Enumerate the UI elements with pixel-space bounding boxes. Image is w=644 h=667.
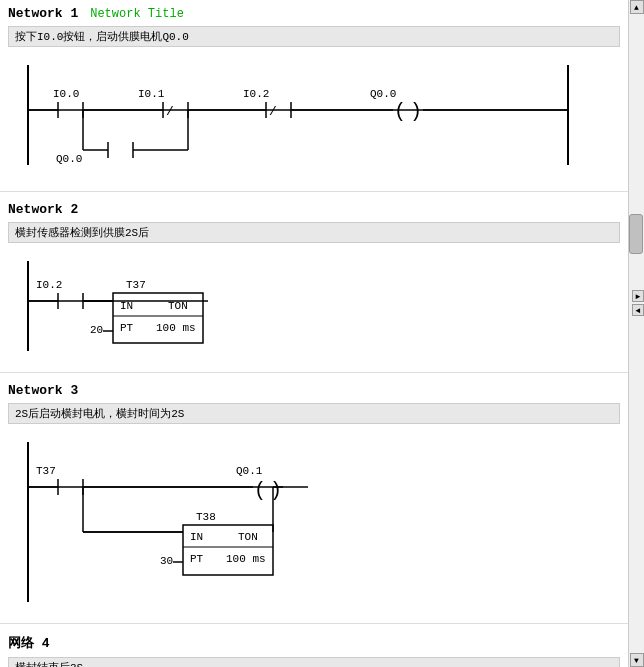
network-4-block: 网络 4 横封结束后3S [0, 628, 628, 667]
svg-text:(: ( [394, 100, 406, 123]
scroll-up-button[interactable]: ▲ [630, 0, 644, 14]
network-4-header: 网络 4 [8, 632, 620, 654]
network-3-comment: 2S后启动横封电机，横封时间为2S [8, 403, 620, 424]
scroll-down-button[interactable]: ▼ [630, 653, 644, 667]
separator-1 [0, 191, 628, 192]
scroll-left-small[interactable]: ◄ [632, 304, 644, 316]
network-2-svg: I0.2 T37 IN TON PT 100 ms 2 [8, 251, 608, 356]
network-3-ladder: T37 Q0.1 ( ) T38 [8, 428, 620, 611]
network-3-header: Network 3 [8, 381, 620, 400]
separator-3 [0, 623, 628, 624]
scroll-right-small[interactable]: ► [632, 290, 644, 302]
svg-text:I0.2: I0.2 [243, 88, 269, 100]
svg-text:PT: PT [120, 322, 134, 334]
svg-text:IN: IN [190, 531, 203, 543]
svg-text:T38: T38 [196, 511, 216, 523]
network-3-block: Network 3 2S后启动横封电机，横封时间为2S T37 Q0.1 [0, 377, 628, 619]
svg-text:Q0.0: Q0.0 [56, 153, 82, 165]
network-4-comment: 横封结束后3S [8, 657, 620, 667]
svg-text:IN: IN [120, 300, 133, 312]
network-1-block: Network 1 Network Title 按下I0.0按钮，启动供膜电机Q… [0, 0, 628, 187]
svg-text:T37: T37 [126, 279, 146, 291]
network-1-label: Network 1 [8, 6, 78, 21]
svg-text:/: / [166, 104, 174, 119]
svg-text:(: ( [254, 479, 266, 502]
network-1-svg: I0.0 I0.1 / I0.2 [8, 55, 608, 175]
scrollbar[interactable]: ▲ ▼ ► ◄ [628, 0, 644, 667]
ladder-content[interactable]: Network 1 Network Title 按下I0.0按钮，启动供膜电机Q… [0, 0, 628, 667]
svg-text:TON: TON [168, 300, 188, 312]
network-1-ladder: I0.0 I0.1 / I0.2 [8, 51, 620, 179]
svg-text:100 ms: 100 ms [226, 553, 266, 565]
network-2-block: Network 2 横封传感器检测到供膜2S后 I0.2 T37 [0, 196, 628, 368]
network-2-ladder: I0.2 T37 IN TON PT 100 ms 2 [8, 247, 620, 360]
separator-2 [0, 372, 628, 373]
network-1-comment: 按下I0.0按钮，启动供膜电机Q0.0 [8, 26, 620, 47]
network-4-label: 网络 4 [8, 634, 50, 652]
svg-text:Q0.0: Q0.0 [370, 88, 396, 100]
svg-text:): ) [270, 479, 282, 502]
svg-text:Q0.1: Q0.1 [236, 465, 263, 477]
network-1-title: Network Title [90, 7, 184, 21]
svg-text:/: / [269, 104, 277, 119]
svg-text:PT: PT [190, 553, 204, 565]
svg-text:20: 20 [90, 324, 103, 336]
svg-text:30: 30 [160, 555, 173, 567]
network-3-label: Network 3 [8, 383, 78, 398]
network-2-header: Network 2 [8, 200, 620, 219]
svg-text:T37: T37 [36, 465, 56, 477]
network-1-header: Network 1 Network Title [8, 4, 620, 23]
network-2-label: Network 2 [8, 202, 78, 217]
svg-text:): ) [410, 100, 422, 123]
svg-text:I0.2: I0.2 [36, 279, 62, 291]
network-2-comment: 横封传感器检测到供膜2S后 [8, 222, 620, 243]
scrollbar-thumb[interactable] [629, 214, 643, 254]
svg-text:100 ms: 100 ms [156, 322, 196, 334]
svg-text:TON: TON [238, 531, 258, 543]
svg-text:I0.1: I0.1 [138, 88, 165, 100]
network-3-svg: T37 Q0.1 ( ) T38 [8, 432, 608, 607]
svg-text:I0.0: I0.0 [53, 88, 79, 100]
